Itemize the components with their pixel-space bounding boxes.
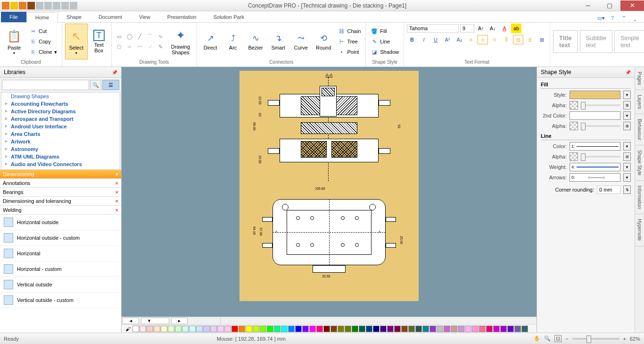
round-connector[interactable]: ⟲Round bbox=[313, 32, 334, 51]
align-left-icon[interactable]: ≡ bbox=[466, 35, 476, 44]
align-top-icon[interactable]: ⊼ bbox=[501, 35, 512, 44]
shape-item[interactable]: Horizontal bbox=[0, 246, 121, 261]
font-size-combo[interactable] bbox=[460, 24, 474, 33]
line-alpha-picker[interactable]: ⊞ bbox=[623, 152, 631, 161]
color-swatch[interactable] bbox=[288, 326, 295, 332]
second-alpha-slider[interactable] bbox=[581, 125, 620, 127]
qa-icon-5[interactable] bbox=[36, 2, 43, 9]
color-swatch[interactable] bbox=[338, 326, 344, 332]
tool-ellipse-icon[interactable]: ◯ bbox=[125, 32, 134, 41]
qa-icon-6[interactable] bbox=[44, 2, 52, 9]
color-swatch[interactable] bbox=[132, 326, 139, 332]
library-category[interactable]: Annotations× bbox=[0, 179, 121, 188]
close-category-icon[interactable]: × bbox=[116, 189, 118, 195]
color-swatch[interactable] bbox=[507, 326, 514, 332]
qa-icon-4[interactable] bbox=[27, 2, 35, 9]
color-swatch[interactable] bbox=[231, 326, 238, 332]
close-button[interactable]: ✕ bbox=[620, 0, 644, 11]
arrows-dropdown[interactable]: ▼ bbox=[623, 173, 631, 182]
fit-icon[interactable]: ⊡ bbox=[554, 335, 561, 342]
library-tree-item[interactable]: Active Directory Diagrams bbox=[1, 108, 120, 115]
library-category[interactable]: Dimensioning and tolerancing× bbox=[0, 197, 121, 206]
color-swatch[interactable] bbox=[217, 326, 224, 332]
canvas-viewport[interactable]: A-A bbox=[122, 67, 537, 317]
view-mode-button[interactable]: ☰ bbox=[102, 80, 119, 90]
close-category-icon[interactable]: × bbox=[116, 198, 118, 204]
color-swatch[interactable] bbox=[465, 326, 471, 332]
color-swatch[interactable] bbox=[267, 326, 273, 332]
color-swatch[interactable] bbox=[182, 326, 189, 332]
side-tab-behaviour[interactable]: Behaviour bbox=[635, 114, 644, 145]
library-category[interactable]: Welding× bbox=[0, 206, 121, 215]
alpha-picker[interactable]: ⊞ bbox=[623, 101, 631, 109]
color-swatch[interactable] bbox=[422, 326, 429, 332]
subtitle-text-placeholder[interactable]: Subtitle text bbox=[580, 30, 612, 53]
side-tab-layers[interactable]: Layers bbox=[635, 90, 644, 114]
tool-freehand-icon[interactable]: ✎ bbox=[156, 42, 165, 51]
line-alpha-slider[interactable] bbox=[581, 156, 620, 158]
arc-connector[interactable]: ⤴Arc bbox=[223, 32, 243, 51]
title-text-placeholder[interactable]: Title text bbox=[553, 30, 578, 53]
color-swatch[interactable] bbox=[451, 326, 457, 332]
color-swatch[interactable] bbox=[500, 326, 507, 332]
color-swatch[interactable] bbox=[196, 326, 203, 332]
paste-button[interactable]: 📋 Paste ▼ bbox=[3, 24, 25, 59]
scroll-prev[interactable]: ◄ bbox=[123, 318, 139, 324]
qa-icon-1[interactable] bbox=[2, 2, 9, 9]
color-swatch[interactable] bbox=[330, 326, 337, 332]
corner-spinner[interactable]: ⇅ bbox=[623, 185, 631, 194]
color-swatch[interactable] bbox=[295, 326, 302, 332]
color-swatch[interactable] bbox=[210, 326, 217, 332]
smart-connector[interactable]: ↴Smart bbox=[268, 32, 289, 51]
shadow-button[interactable]: ◪Shadow bbox=[369, 47, 401, 57]
tool-bez-icon[interactable]: ⟋ bbox=[146, 42, 155, 51]
shape-item[interactable]: Horizontal outside bbox=[0, 215, 121, 230]
superscript-icon[interactable]: A² bbox=[442, 35, 453, 44]
color-swatch[interactable] bbox=[345, 326, 351, 332]
color-swatch[interactable] bbox=[224, 326, 231, 332]
color-swatch[interactable] bbox=[401, 326, 408, 332]
minimize-button[interactable]: ─ bbox=[577, 0, 599, 11]
second-color-swatch[interactable] bbox=[570, 111, 620, 120]
pin-icon[interactable]: 📌 bbox=[112, 70, 117, 75]
close-category-icon[interactable]: × bbox=[116, 207, 118, 213]
line-color-dropdown[interactable]: ▼ bbox=[623, 142, 631, 151]
color-swatch[interactable] bbox=[366, 326, 372, 332]
color-swatch[interactable] bbox=[323, 326, 330, 332]
side-tab-shape-style[interactable]: Shape Style bbox=[635, 145, 644, 181]
maximize-button[interactable]: ▢ bbox=[599, 0, 620, 11]
qa-icon-8[interactable] bbox=[61, 2, 69, 9]
color-swatch[interactable] bbox=[147, 326, 153, 332]
cut-button[interactable]: ✂Cut bbox=[27, 26, 59, 36]
search-input[interactable] bbox=[2, 80, 89, 90]
library-tree-item[interactable]: Android User Interface bbox=[1, 123, 120, 130]
library-tree[interactable]: Drawing ShapesAccounting FlowchartsActiv… bbox=[1, 92, 120, 170]
presentation-tab[interactable]: Presentation bbox=[159, 12, 205, 22]
tool-curve-icon[interactable]: ∿ bbox=[156, 32, 165, 41]
qa-icon-9[interactable] bbox=[70, 2, 77, 9]
tool-arc-icon[interactable]: ⌒ bbox=[146, 32, 155, 41]
subscript-icon[interactable]: A₂ bbox=[454, 35, 464, 44]
underline-icon[interactable]: U bbox=[430, 35, 441, 44]
color-swatch[interactable] bbox=[239, 326, 245, 332]
corner-rounding-input[interactable] bbox=[597, 185, 620, 194]
fill-dropdown[interactable]: ▼ bbox=[623, 91, 631, 99]
document-tab[interactable]: Document bbox=[90, 12, 131, 22]
font-name-combo[interactable] bbox=[407, 24, 459, 33]
shape-tab[interactable]: Shape bbox=[58, 12, 90, 22]
clone-button[interactable]: ⎘Clone ▾ bbox=[27, 47, 59, 57]
color-swatch[interactable] bbox=[302, 326, 309, 332]
color-swatch[interactable] bbox=[253, 326, 259, 332]
color-swatch[interactable] bbox=[429, 326, 436, 332]
color-swatch[interactable] bbox=[394, 326, 401, 332]
color-swatch[interactable] bbox=[387, 326, 394, 332]
increase-font-icon[interactable]: A↑ bbox=[476, 24, 486, 33]
zoom-slider[interactable] bbox=[572, 338, 619, 340]
color-swatch[interactable] bbox=[415, 326, 422, 332]
shape-item[interactable]: Vertical outside - custom bbox=[0, 293, 121, 308]
side-tab-information[interactable]: Information bbox=[635, 181, 644, 214]
color-swatch[interactable] bbox=[479, 326, 486, 332]
shapes-list[interactable]: Horizontal outsideHorizontal outside - c… bbox=[0, 215, 121, 333]
qa-icon-3[interactable] bbox=[19, 2, 26, 9]
zoom-tool-icon[interactable]: 🔍 bbox=[544, 336, 551, 342]
